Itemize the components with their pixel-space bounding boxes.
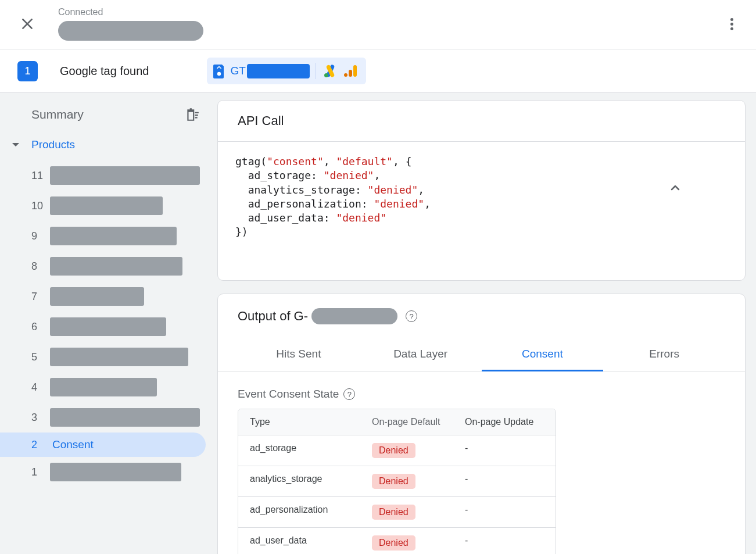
api-call-code: gtag("consent", "default", { ad_storage:… [218, 142, 745, 280]
consent-update-cell: - [453, 497, 556, 527]
table-row: analytics_storageDenied- [238, 466, 556, 496]
consent-status-badge: Denied [372, 505, 415, 520]
event-item[interactable]: 5 [0, 342, 217, 372]
event-number: 9 [31, 230, 46, 242]
google-analytics-icon [343, 63, 358, 78]
event-number: 1 [31, 466, 46, 478]
event-name-mask [50, 287, 144, 306]
event-name-mask [50, 317, 166, 336]
event-name-mask [50, 348, 188, 366]
table-header: Type [238, 409, 360, 435]
tag-id-mask [247, 64, 310, 78]
consent-type-cell: ad_personalization [238, 497, 360, 527]
event-item[interactable]: 7 [0, 281, 217, 312]
tag-id-prefix: GT [230, 65, 245, 77]
main-panel: API Call gtag("consent", "default", { ad… [217, 93, 756, 554]
event-consent-state-title: Event Consent State ? [218, 371, 745, 409]
output-tabs: Hits SentData LayerConsentErrors [218, 337, 745, 371]
api-call-card: API Call gtag("consent", "default", { ad… [217, 100, 746, 281]
event-name-mask [50, 257, 182, 276]
event-number: 8 [31, 260, 46, 273]
close-icon[interactable] [20, 16, 35, 31]
consent-update-cell: - [453, 435, 556, 466]
consent-status-badge: Denied [372, 443, 415, 458]
connection-status-label: Connected [58, 7, 203, 17]
top-bar: Connected [0, 0, 756, 49]
table-header: On-page Default [360, 409, 453, 435]
event-name-mask [50, 463, 181, 481]
event-item[interactable]: 11 [0, 160, 217, 191]
table-row: ad_storageDenied- [238, 435, 556, 466]
event-item[interactable]: 3 [0, 402, 217, 433]
consent-default-cell: Denied [360, 528, 453, 554]
consent-default-cell: Denied [360, 466, 453, 496]
chip-divider [316, 63, 316, 79]
sidebar-summary-label[interactable]: Summary [31, 108, 185, 121]
sidebar: Summary Products 111098765432Consent1 [0, 93, 217, 554]
event-number: 6 [31, 321, 46, 333]
event-number: 3 [31, 412, 46, 424]
consent-status-badge: Denied [372, 535, 415, 551]
event-item[interactable]: 9 [0, 221, 217, 251]
consent-status-badge: Denied [372, 474, 415, 489]
output-title-prefix: Output of G- [238, 309, 308, 324]
help-icon[interactable]: ? [343, 388, 355, 400]
tag-found-label: Google tag found [60, 65, 149, 78]
tab-consent[interactable]: Consent [482, 337, 604, 371]
output-card: Output of G- ? Hits SentData LayerConsen… [217, 294, 746, 554]
google-ads-icon [323, 63, 338, 78]
help-icon[interactable]: ? [406, 310, 417, 322]
google-tag-icon [213, 63, 225, 78]
event-item[interactable]: 1 [0, 457, 217, 487]
event-number: 2 [31, 439, 46, 451]
event-name-mask [50, 227, 177, 245]
tab-errors[interactable]: Errors [603, 337, 725, 371]
tab-data-layer[interactable]: Data Layer [360, 337, 482, 371]
consent-state-table: TypeOn-page DefaultOn-page Updatead_stor… [238, 409, 556, 554]
svg-point-3 [324, 73, 328, 77]
products-label: Products [31, 138, 75, 151]
svg-rect-5 [349, 70, 352, 77]
tag-bar: 1 Google tag found GT [0, 49, 756, 93]
api-call-header: API Call [218, 101, 745, 142]
event-name-mask [50, 408, 200, 427]
event-item[interactable]: 10 [0, 191, 217, 221]
event-item[interactable]: 8 [0, 251, 217, 281]
output-id-mask [311, 308, 397, 324]
consent-default-cell: Denied [360, 435, 453, 466]
svg-point-0 [217, 72, 221, 76]
event-item[interactable]: 2Consent [0, 433, 206, 457]
consent-type-cell: analytics_storage [238, 466, 360, 496]
domain-mask [58, 21, 203, 41]
table-row: ad_user_dataDenied- [238, 527, 556, 554]
event-name-mask [50, 166, 200, 185]
event-number: 10 [31, 200, 46, 212]
output-header: Output of G- ? [218, 294, 745, 324]
consent-type-cell: ad_storage [238, 435, 360, 466]
event-list: 111098765432Consent1 [0, 160, 217, 487]
event-item[interactable]: 4 [0, 372, 217, 402]
event-number: 7 [31, 291, 46, 303]
tag-chip[interactable]: GT [207, 58, 366, 84]
event-name-mask [50, 378, 157, 396]
event-item[interactable]: 6 [0, 312, 217, 342]
consent-type-cell: ad_user_data [238, 528, 360, 554]
svg-rect-4 [353, 65, 357, 77]
event-name: Consent [52, 438, 94, 451]
collapse-icon[interactable] [668, 152, 731, 223]
event-name-mask [50, 196, 163, 215]
consent-update-cell: - [453, 466, 556, 496]
clear-events-icon[interactable] [185, 107, 200, 122]
consent-update-cell: - [453, 528, 556, 554]
svg-point-6 [344, 73, 347, 77]
event-number: 11 [31, 170, 46, 182]
table-row: ad_personalizationDenied- [238, 496, 556, 527]
products-section-header[interactable]: Products [0, 138, 217, 151]
chevron-down-icon [10, 140, 21, 150]
consent-default-cell: Denied [360, 497, 453, 527]
table-header: On-page Update [453, 409, 556, 435]
event-number: 5 [31, 351, 46, 363]
tag-count-badge: 1 [17, 61, 38, 81]
tab-hits-sent[interactable]: Hits Sent [238, 337, 360, 371]
more-options-icon[interactable] [725, 17, 739, 31]
